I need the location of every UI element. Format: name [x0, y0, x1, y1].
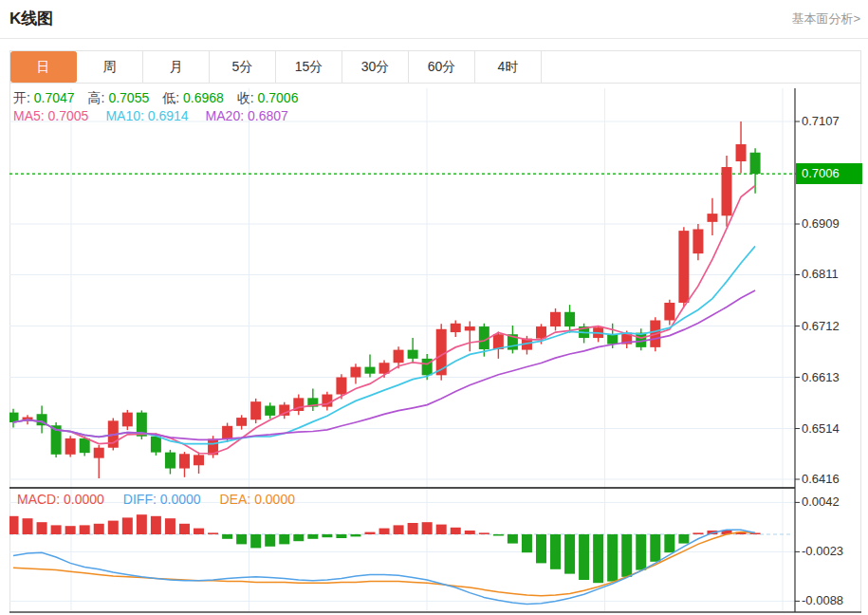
macd-bar [165, 518, 175, 534]
macd-bar [137, 514, 147, 534]
title-divider [0, 38, 868, 39]
candle [336, 378, 346, 395]
tab-5min[interactable]: 5分 [210, 51, 276, 83]
macd-bar [94, 524, 104, 534]
macd-bar [636, 534, 646, 570]
macd-bar [365, 532, 376, 534]
tab-day[interactable]: 日 [10, 51, 77, 83]
macd-bar [422, 522, 433, 534]
macd-bar [621, 534, 632, 577]
kline-page: K线图 基本面分析> 日周月5分15分30分60分4时 开: 0.7047高: … [0, 0, 868, 615]
candle [236, 418, 247, 426]
macd-bar [479, 532, 489, 534]
candle [607, 334, 618, 344]
candle [94, 448, 104, 458]
candle [365, 367, 376, 374]
macd-bar [322, 534, 332, 537]
macd-bar [522, 534, 532, 552]
macd-bar [394, 525, 404, 534]
candle [194, 455, 204, 465]
candle [65, 438, 76, 455]
macd-bar [451, 528, 461, 534]
candle [165, 453, 175, 469]
macd-bar [650, 534, 660, 562]
tab-month[interactable]: 月 [143, 51, 210, 83]
macd-bar [493, 534, 504, 536]
macd-bar [307, 534, 318, 539]
candle [550, 312, 561, 326]
candle [265, 406, 275, 416]
price-axis-label: 0.6811 [802, 267, 839, 281]
price-axis-label: 0.6613 [802, 370, 840, 384]
macd-bar [108, 521, 119, 534]
macd-bar [693, 532, 703, 534]
macd-bar [664, 534, 674, 552]
candle [693, 229, 703, 253]
tab-strip-filler [542, 51, 860, 83]
price-axis-label: 0.6416 [802, 472, 840, 486]
macd-bar [607, 534, 618, 582]
price-axis-label: 0.7107 [802, 114, 840, 128]
macd-bar [9, 516, 19, 534]
macd-bar [550, 534, 561, 569]
kline-chart[interactable] [9, 84, 861, 615]
price-axis-label: 0.6514 [802, 421, 840, 436]
macd-bar [279, 534, 289, 544]
macd-bar [265, 534, 275, 547]
candle [750, 153, 761, 174]
macd-bar [408, 523, 418, 534]
macd-bar [222, 534, 232, 539]
candle [350, 367, 360, 378]
macd-bar [336, 534, 346, 538]
price-axis-label: 0.6909 [802, 216, 840, 231]
period-tab-strip: 日周月5分15分30分60分4时 [9, 50, 861, 84]
macd-bar [436, 525, 447, 534]
candle [564, 312, 575, 326]
macd-bar [579, 534, 589, 580]
macd-bar [23, 518, 33, 534]
macd-bar [350, 534, 360, 536]
candle [394, 350, 404, 363]
macd-bar [51, 525, 62, 534]
macd-bar [236, 534, 247, 544]
macd-bar [37, 522, 47, 534]
macd-axis-label: -0.0023 [802, 544, 843, 558]
macd-bar [508, 534, 518, 544]
macd-bar [465, 531, 475, 534]
macd-bar [122, 517, 133, 534]
candle [80, 438, 90, 453]
tab-30min[interactable]: 30分 [342, 51, 409, 83]
candle [451, 324, 461, 332]
tab-60min[interactable]: 60分 [409, 51, 475, 83]
macd-bar [379, 529, 390, 534]
candle [250, 401, 261, 419]
candle [465, 326, 475, 330]
candle [678, 231, 689, 303]
candle [408, 350, 418, 359]
tab-4hour[interactable]: 4时 [475, 51, 542, 83]
macd-bar [250, 534, 261, 548]
candle [722, 167, 732, 215]
macd-bar [593, 534, 603, 583]
price-axis-label: 0.6712 [802, 319, 840, 333]
macd-bar [678, 534, 689, 544]
fundamental-analysis-link[interactable]: 基本面分析> [791, 10, 860, 28]
candle [436, 329, 447, 376]
macd-bar [208, 532, 218, 534]
macd-bar [80, 525, 90, 534]
candle [664, 303, 674, 321]
macd-bar [151, 516, 161, 534]
macd-axis-label: -0.0088 [802, 593, 843, 607]
macd-bar [293, 534, 304, 541]
page-title: K线图 [9, 8, 53, 29]
candle [179, 454, 190, 468]
tab-15min[interactable]: 15分 [276, 51, 342, 83]
macd-bar [564, 534, 575, 574]
candle [536, 326, 546, 339]
tab-week[interactable]: 周 [77, 51, 143, 83]
macd-bar [194, 529, 204, 534]
candle [151, 437, 161, 453]
candle [222, 426, 232, 439]
candle [736, 144, 747, 161]
macd-bar [65, 526, 76, 534]
